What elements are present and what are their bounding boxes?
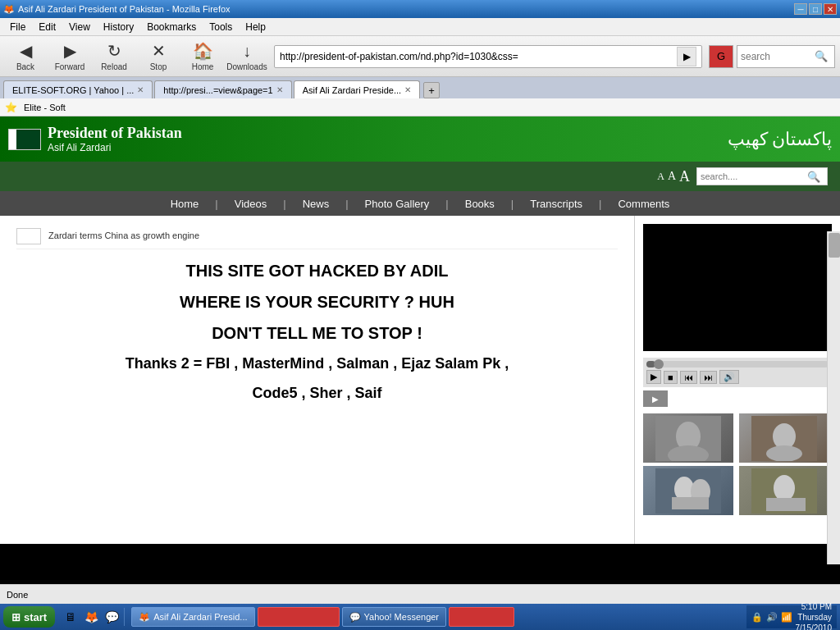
site-nav: Home | Videos | News | Photo Gallery | B…: [0, 191, 840, 216]
reload-icon: ↻: [107, 41, 121, 61]
thumb-1-img: [643, 413, 733, 463]
ql-messenger[interactable]: 💬: [103, 608, 121, 626]
title-bar-left: 🦊 Asif Ali Zardari President of Pakistan…: [3, 4, 231, 15]
site-search-icon[interactable]: 🔍: [807, 171, 820, 183]
menu-bookmarks[interactable]: Bookmarks: [140, 20, 203, 34]
tab-0-close[interactable]: ✕: [137, 85, 144, 94]
maximize-button[interactable]: □: [809, 3, 822, 15]
content-right: ▶ ■ ⏮ ⏭ 🔊 ▶: [635, 216, 840, 544]
taskbar-item-3[interactable]: [449, 607, 514, 627]
scroll-thumb[interactable]: [829, 233, 840, 258]
menu-help[interactable]: Help: [239, 20, 272, 34]
search-bar[interactable]: 🔍: [737, 45, 835, 68]
search-input[interactable]: [741, 51, 815, 62]
stop-button[interactable]: ✕ Stop: [138, 39, 179, 75]
stop-icon: ✕: [152, 41, 166, 61]
windows-logo: ⊞: [11, 611, 21, 623]
start-button[interactable]: ⊞ start: [3, 606, 55, 628]
taskbar-item-0[interactable]: 🦊 Asif Ali Zardari Presid...: [131, 607, 254, 627]
search-icon[interactable]: 🔍: [815, 50, 828, 62]
thumbnail-4[interactable]: [739, 466, 829, 515]
site-search-input[interactable]: [701, 171, 807, 181]
bookmark-elite-soft[interactable]: Elite - Soft: [24, 103, 66, 112]
nav-news[interactable]: News: [286, 191, 346, 216]
nav-photo-gallery[interactable]: Photo Gallery: [349, 191, 446, 216]
back-icon: ◀: [20, 41, 32, 61]
video-fast-forward-button[interactable]: ⏭: [700, 371, 717, 384]
nav-home[interactable]: Home: [154, 191, 216, 216]
vertical-scrollbar[interactable]: [827, 231, 840, 564]
ql-firefox[interactable]: 🦊: [82, 608, 100, 626]
video-play-button[interactable]: ▶: [646, 370, 661, 384]
search-area: G 🔍: [709, 45, 835, 68]
quick-launch: 🖥 🦊 💬: [58, 608, 125, 626]
menu-bar: File Edit View History Bookmarks Tools H…: [0, 18, 840, 36]
back-button[interactable]: ◀ Back: [5, 39, 46, 75]
video-controls: ▶ ■ ⏮ ⏭ 🔊: [643, 358, 832, 387]
site-search-area: A A A 🔍: [0, 162, 840, 191]
address-bar[interactable]: ▶: [274, 45, 702, 68]
site-logo-area: President of Pakistan Asif Ali Zardari: [8, 125, 182, 153]
menu-file[interactable]: File: [3, 20, 32, 34]
hack-line-2: WHERE IS YOUR SECURITY ? HUH: [16, 293, 618, 312]
new-tab-button[interactable]: +: [423, 82, 440, 98]
taskbar-item-2-label: Yahoo! Messenger: [364, 612, 440, 622]
tab-2[interactable]: Asif Ali Zardari Preside... ✕: [294, 80, 420, 98]
nav-comments[interactable]: Comments: [601, 191, 686, 216]
clock-time: 5:10 PM: [796, 601, 833, 612]
tray-icon-2: 🔊: [766, 612, 778, 623]
tab-1-close[interactable]: ✕: [276, 85, 283, 94]
downloads-icon: ↓: [243, 42, 251, 61]
hack-line-3: DON'T TELL ME TO STOP !: [16, 324, 618, 343]
ql-show-desktop[interactable]: 🖥: [62, 608, 80, 626]
google-icon: G: [709, 45, 733, 68]
video-progress-bar[interactable]: [646, 361, 829, 368]
tab-2-close[interactable]: ✕: [404, 85, 411, 94]
font-large-button[interactable]: A: [679, 168, 690, 185]
news-thumb: [16, 228, 41, 244]
tab-0[interactable]: ELITE-SOFT.ORG | Yahoo | ... ✕: [3, 80, 153, 98]
video-progress-thumb[interactable]: [654, 359, 664, 369]
start-label: start: [24, 611, 47, 623]
site-title-area: President of Pakistan Asif Ali Zardari: [48, 125, 182, 153]
menu-history[interactable]: History: [97, 20, 140, 34]
thumbnails-grid: [643, 413, 832, 515]
browser-content: President of Pakistan Asif Ali Zardari پ…: [0, 116, 840, 584]
menu-edit[interactable]: Edit: [32, 20, 62, 34]
downloads-button[interactable]: ↓ Downloads: [226, 39, 267, 75]
site-main-title: President of Pakistan: [48, 125, 182, 142]
font-medium-button[interactable]: A: [668, 170, 676, 183]
address-input[interactable]: [280, 51, 677, 62]
nav-videos[interactable]: Videos: [218, 191, 284, 216]
go-button[interactable]: ▶: [677, 47, 696, 66]
hack-line-4: Thanks 2 = FBI , MasterMind , Salman , E…: [16, 355, 618, 372]
taskbar-item-1[interactable]: [258, 607, 340, 627]
thumbnail-3[interactable]: [643, 466, 733, 515]
hack-line-5: Code5 , Sher , Saif: [16, 385, 618, 402]
menu-tools[interactable]: Tools: [203, 20, 239, 34]
home-button[interactable]: 🏠 Home: [182, 39, 223, 75]
thumbnail-2[interactable]: [739, 413, 829, 463]
site-search-box[interactable]: 🔍: [696, 167, 828, 185]
tab-1[interactable]: http://presi...=view&page=1 ✕: [154, 80, 291, 98]
video-mute-button[interactable]: 🔊: [719, 370, 739, 384]
bookmark-favicon: ⭐: [5, 102, 17, 113]
minimize-button[interactable]: ─: [794, 3, 807, 15]
video-rewind-button[interactable]: ⏮: [680, 371, 697, 384]
menu-view[interactable]: View: [62, 20, 97, 34]
taskbar-item-2[interactable]: 💬 Yahoo! Messenger: [342, 607, 447, 627]
forward-button[interactable]: ▶ Forward: [49, 39, 90, 75]
site-subtitle: Asif Ali Zardari: [48, 142, 182, 153]
nav-transcripts[interactable]: Transcripts: [514, 191, 599, 216]
font-small-button[interactable]: A: [657, 171, 664, 183]
close-button[interactable]: ✕: [824, 3, 837, 15]
media-icon: ▶: [643, 390, 668, 407]
reload-button[interactable]: ↻ Reload: [94, 39, 135, 75]
pakistan-flag: [8, 129, 41, 150]
nav-books[interactable]: Books: [449, 191, 511, 216]
news-headline-text: Zardari terms China as growth engine: [48, 231, 199, 240]
thumbnail-1[interactable]: [643, 413, 733, 463]
home-icon: 🏠: [193, 41, 213, 61]
video-player: [643, 224, 832, 351]
video-stop-button[interactable]: ■: [664, 371, 678, 384]
